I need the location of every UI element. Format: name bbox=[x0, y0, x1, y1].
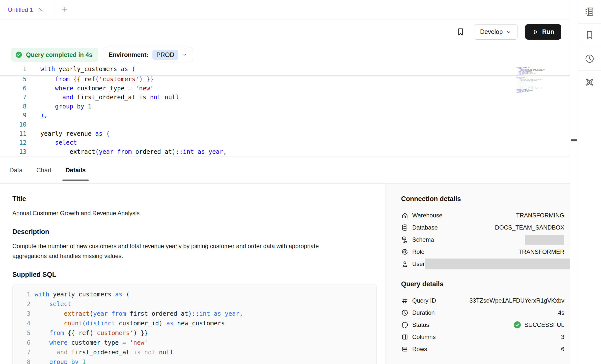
code-line: 13 extract(year from ordered_at)::int as… bbox=[0, 148, 570, 156]
line-number: 8 bbox=[0, 103, 27, 110]
user-icon bbox=[401, 260, 409, 268]
supplied-sql-heading: Supplied SQL bbox=[12, 271, 377, 279]
detail-row: Duration4s bbox=[401, 307, 564, 319]
code-line: 4 count(distinct customer_id) as new_cus… bbox=[13, 320, 376, 329]
line-number: 1 bbox=[13, 291, 30, 298]
chevron-down-icon bbox=[182, 52, 187, 57]
detail-value-text: 33TZseWpe1ALFDUYerxR1gVKxbv bbox=[469, 297, 564, 304]
description-heading: Description bbox=[12, 228, 377, 236]
code-line: 5 from {{ ref('customers') }} bbox=[13, 329, 376, 339]
hash-icon bbox=[401, 297, 409, 304]
bookmark-button[interactable] bbox=[455, 27, 466, 37]
run-button[interactable]: Run bbox=[525, 24, 561, 40]
line-number: 12 bbox=[0, 139, 27, 146]
detail-value: TRANSFORMER bbox=[519, 248, 564, 255]
sticky-scroll-line[interactable]: 1with yearly_customers as ( bbox=[0, 65, 570, 76]
line-number: 4 bbox=[13, 320, 30, 327]
notebook-button[interactable] bbox=[578, 0, 601, 24]
tab-data[interactable]: Data bbox=[9, 157, 23, 183]
line-number: 10 bbox=[0, 121, 27, 128]
line-number: 7 bbox=[0, 94, 27, 101]
environment-value-badge: PROD bbox=[152, 50, 178, 60]
line-number: 5 bbox=[13, 329, 30, 337]
rows-icon bbox=[401, 345, 409, 353]
editor-toolbar: Develop Run bbox=[0, 20, 570, 44]
check-circle-icon bbox=[513, 321, 521, 329]
role-icon bbox=[401, 248, 409, 256]
notebook-icon bbox=[584, 6, 595, 17]
detail-row: Columns3 bbox=[401, 331, 564, 343]
spinner-icon bbox=[401, 321, 409, 329]
detail-row: StatusSUCCESSFUL bbox=[401, 319, 564, 331]
detail-label: Warehouse bbox=[412, 212, 442, 219]
sparkle-x-button[interactable] bbox=[578, 71, 601, 94]
panel-splitter[interactable] bbox=[570, 0, 578, 364]
detail-value-text: SUCCESSFUL bbox=[524, 321, 564, 328]
detail-value-text: DOCS_TEAM_SANDBOX bbox=[495, 224, 564, 231]
supplied-sql-block: 1with yearly_customers as (2 select3 ext… bbox=[12, 284, 377, 364]
play-icon bbox=[532, 29, 539, 35]
detail-value-text: 4s bbox=[558, 309, 564, 316]
detail-value: TRANSFORMING bbox=[516, 212, 564, 219]
detail-label: Schema bbox=[412, 236, 434, 243]
detail-row: DatabaseDOCS_TEAM_SANDBOX bbox=[401, 221, 564, 234]
detail-label: Columns bbox=[412, 334, 436, 340]
detail-value-text: TRANSFORMER bbox=[519, 248, 564, 255]
code-line: 8 group by 1 bbox=[0, 103, 570, 112]
minimap[interactable]: with yearly_customers as ( select extrac… bbox=[517, 67, 548, 93]
code-line: 6 where customer_type = 'new' bbox=[13, 339, 376, 349]
detail-value: 3 bbox=[561, 334, 564, 340]
database-icon bbox=[401, 224, 409, 231]
query-details-heading: Query details bbox=[401, 280, 564, 288]
line-number: 8 bbox=[13, 358, 30, 364]
detail-label: Rows bbox=[412, 346, 427, 353]
code-line: 11yearly_revenue as ( bbox=[0, 130, 570, 139]
detail-value: SUCCESSFUL bbox=[513, 321, 564, 329]
environment-selector[interactable]: Environment: PROD bbox=[103, 47, 193, 62]
tab-details[interactable]: Details bbox=[65, 157, 86, 183]
develop-label: Develop bbox=[480, 28, 503, 35]
code-line: 7 and first_ordered_at is not null bbox=[0, 94, 570, 103]
code-line: 8 group by 1 bbox=[13, 358, 376, 364]
connection-details-heading: Connection details bbox=[401, 195, 564, 203]
detail-value: DOCS_TEAM_SANDBOX bbox=[495, 224, 564, 231]
status-row: Query completed in 4s Environment: PROD bbox=[0, 44, 570, 65]
line-number: 6 bbox=[0, 85, 27, 92]
close-icon[interactable] bbox=[38, 7, 43, 13]
tab-chart[interactable]: Chart bbox=[36, 157, 52, 183]
query-details-list: Query ID33TZseWpe1ALFDUYerxR1gVKxbvDurat… bbox=[401, 294, 564, 355]
code-line: 12 select bbox=[0, 139, 570, 148]
details-sidebar: Connection details WarehouseTRANSFORMING… bbox=[385, 184, 570, 364]
query-status-badge: Query completed in 4s bbox=[11, 48, 98, 62]
detail-row: Rows6 bbox=[401, 343, 564, 355]
splitter-drag-handle[interactable] bbox=[571, 139, 577, 141]
line-number: 13 bbox=[0, 148, 27, 155]
detail-label: Role bbox=[412, 248, 424, 255]
code-line: 7 and first_ordered_at is not null bbox=[13, 349, 376, 358]
code-line: 2 select bbox=[13, 300, 376, 310]
line-number: 7 bbox=[13, 349, 30, 356]
line-number: 5 bbox=[0, 76, 27, 83]
schema-icon bbox=[401, 236, 409, 243]
line-number: 11 bbox=[0, 130, 27, 137]
bookmark-button[interactable] bbox=[578, 24, 601, 47]
history-icon bbox=[584, 53, 595, 64]
new-tab-button[interactable] bbox=[60, 0, 70, 20]
sql-editor[interactable]: 1with yearly_customers as ( 5 from {{ re… bbox=[0, 65, 570, 156]
sparkle-x-icon bbox=[584, 77, 595, 87]
detail-value bbox=[525, 235, 564, 245]
run-label: Run bbox=[542, 28, 554, 35]
tab-title: Untitled 1 bbox=[8, 6, 33, 13]
develop-dropdown[interactable]: Develop bbox=[474, 24, 518, 40]
columns-icon bbox=[401, 333, 409, 341]
tab-untitled-1[interactable]: Untitled 1 bbox=[0, 0, 54, 20]
history-button[interactable] bbox=[578, 47, 601, 71]
code-line: 1with yearly_customers as ( bbox=[13, 291, 376, 300]
details-panel: Title Annual Customer Growth and Revenue… bbox=[0, 184, 570, 364]
clock-icon bbox=[401, 309, 409, 316]
detail-label: Query ID bbox=[412, 297, 436, 304]
details-main: Title Annual Customer Growth and Revenue… bbox=[0, 184, 385, 364]
title-heading: Title bbox=[12, 195, 377, 203]
bookmark-icon bbox=[584, 30, 595, 40]
detail-label: Database bbox=[412, 224, 438, 231]
